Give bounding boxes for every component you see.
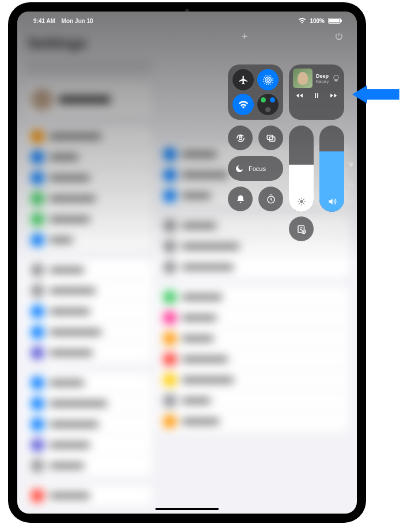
svg-point-11 (350, 201, 352, 202)
bluetooth-indicator-icon (270, 97, 275, 102)
connectivity-card[interactable] (228, 64, 283, 120)
brightness-slider[interactable] (289, 126, 314, 212)
svg-point-8 (300, 200, 303, 203)
airdrop-toggle[interactable] (257, 69, 279, 90)
signal-icon[interactable] (346, 197, 356, 206)
battery-icon (328, 18, 341, 24)
focus-label: Focus (249, 165, 266, 172)
track-artist: Kacey Musgrave… (316, 79, 329, 84)
cellular-indicator-icon (261, 97, 266, 102)
orientation-lock-toggle[interactable] (228, 126, 253, 150)
next-track-button[interactable] (330, 92, 338, 100)
screen: Settings (17, 12, 357, 514)
power-button[interactable] (334, 31, 344, 41)
battery-percent: 100% (310, 18, 325, 24)
hotspot-indicator-icon (265, 107, 270, 112)
volume-slider[interactable] (319, 126, 344, 212)
music-note-icon[interactable]: ♫ (346, 178, 356, 188)
ipad-frame: Settings (8, 2, 366, 523)
svg-point-1 (265, 77, 271, 83)
side-faded-controls: ♥ ♫ (346, 160, 356, 206)
album-art (293, 69, 312, 88)
focus-toggle[interactable]: Focus (228, 156, 283, 181)
bluetooth-cellular-cluster[interactable] (257, 94, 279, 115)
wifi-toggle[interactable] (233, 94, 254, 115)
wifi-status-icon (298, 18, 306, 24)
status-date: Mon Jun 10 (62, 18, 93, 24)
airplane-mode-toggle[interactable] (233, 69, 254, 90)
volume-icon (327, 197, 337, 206)
brightness-icon (297, 197, 306, 206)
previous-track-button[interactable] (295, 92, 303, 100)
moon-icon (235, 164, 244, 173)
silent-mode-toggle[interactable] (228, 187, 253, 211)
status-bar: 9:41 AM Mon Jun 10 100% (17, 15, 357, 26)
status-time: 9:41 AM (33, 18, 55, 24)
screen-mirroring-button[interactable] (258, 126, 283, 150)
airplay-icon[interactable] (332, 74, 340, 82)
add-control-button[interactable] (239, 31, 250, 41)
track-title: Deeper Well (316, 73, 329, 79)
quick-note-button[interactable] (289, 216, 314, 241)
play-pause-button[interactable] (312, 92, 321, 100)
svg-point-0 (266, 78, 269, 81)
timer-button[interactable] (258, 187, 283, 211)
svg-rect-4 (239, 137, 242, 139)
favorite-icon[interactable]: ♥ (346, 160, 356, 169)
callout-arrow (352, 85, 399, 104)
now-playing-card[interactable]: Deeper Well Kacey Musgrave… (289, 64, 344, 120)
